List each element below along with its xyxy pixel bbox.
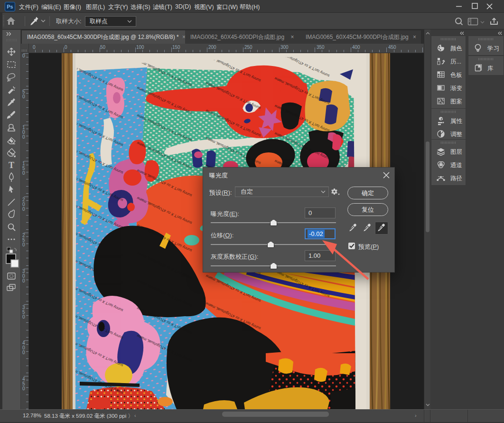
svg-text:T: T [9, 160, 14, 170]
